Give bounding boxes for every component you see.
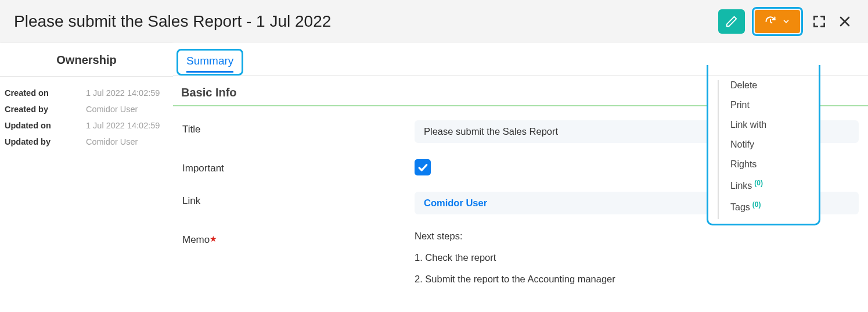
ownership-row: Updated on 1 Jul 2022 14:02:59 <box>5 117 168 134</box>
ownership-label: Updated by <box>5 137 86 146</box>
header-actions <box>718 7 854 36</box>
fullscreen-button[interactable] <box>810 12 829 31</box>
menu-rights[interactable]: Rights <box>708 155 819 174</box>
actions-dropdown: Delete Print Link with Notify Rights Lin… <box>707 76 820 225</box>
value-memo: Next steps: 1. Check the report 2. Submi… <box>415 231 859 295</box>
ownership-panel: Ownership Created on 1 Jul 2022 14:02:59… <box>0 43 173 312</box>
more-button-highlight <box>752 7 803 36</box>
edit-button[interactable] <box>718 9 745 34</box>
ownership-value: Comidor User <box>86 137 138 146</box>
refresh-icon <box>765 16 776 27</box>
tab-highlight: Summary <box>177 49 243 76</box>
menu-tags[interactable]: Tags(0) <box>708 196 819 217</box>
menu-links-count: (0) <box>754 179 763 187</box>
label-title: Title <box>182 120 415 135</box>
ownership-value: 1 Jul 2022 14:02:59 <box>86 121 160 130</box>
fullscreen-icon <box>812 14 827 29</box>
row-memo: Memo★ Next steps: 1. Check the report 2.… <box>173 223 868 303</box>
menu-notify[interactable]: Notify <box>708 135 819 155</box>
menu-links-label: Links <box>730 181 752 191</box>
ownership-rows: Created on 1 Jul 2022 14:02:59 Created b… <box>0 77 173 159</box>
required-star-icon: ★ <box>210 234 217 243</box>
chevron-down-icon <box>782 17 790 26</box>
pencil-icon <box>725 15 738 28</box>
menu-print[interactable]: Print <box>708 95 819 115</box>
memo-line: 1. Check the report <box>415 252 859 263</box>
dropdown-separator <box>718 80 719 219</box>
tabs-bar: Summary <box>173 43 868 76</box>
more-actions-button[interactable] <box>755 10 800 33</box>
ownership-row: Created by Comidor User <box>5 101 168 117</box>
ownership-label: Created on <box>5 88 86 98</box>
ownership-row: Updated by Comidor User <box>5 134 168 150</box>
ownership-row: Created on 1 Jul 2022 14:02:59 <box>5 85 168 101</box>
close-icon <box>838 15 852 28</box>
main-panel: Summary Basic Info Title Please submit t… <box>173 43 868 312</box>
important-checkbox[interactable] <box>415 159 431 175</box>
memo-line: Next steps: <box>415 231 859 242</box>
label-link: Link <box>182 192 415 207</box>
ownership-title: Ownership <box>0 43 173 77</box>
label-memo-text: Memo <box>182 234 210 245</box>
content-layout: Ownership Created on 1 Jul 2022 14:02:59… <box>0 43 868 312</box>
ownership-value: Comidor User <box>86 105 138 114</box>
menu-tags-count: (0) <box>752 200 761 209</box>
label-memo: Memo★ <box>182 231 415 246</box>
check-icon <box>417 162 428 173</box>
menu-delete[interactable]: Delete <box>708 76 819 95</box>
close-button[interactable] <box>835 12 854 31</box>
menu-tags-label: Tags <box>730 203 750 213</box>
menu-link-with[interactable]: Link with <box>708 115 819 135</box>
page-title: Please submit the Sales Report - 1 Jul 2… <box>14 12 718 31</box>
ownership-label: Created by <box>5 105 86 114</box>
ownership-value: 1 Jul 2022 14:02:59 <box>86 88 160 98</box>
page-header: Please submit the Sales Report - 1 Jul 2… <box>0 0 868 43</box>
ownership-label: Updated on <box>5 121 86 130</box>
memo-line: 2. Submit the report to the Accounting m… <box>415 274 859 285</box>
label-important: Important <box>182 159 415 174</box>
tab-summary[interactable]: Summary <box>186 52 233 73</box>
menu-links[interactable]: Links(0) <box>708 174 819 196</box>
